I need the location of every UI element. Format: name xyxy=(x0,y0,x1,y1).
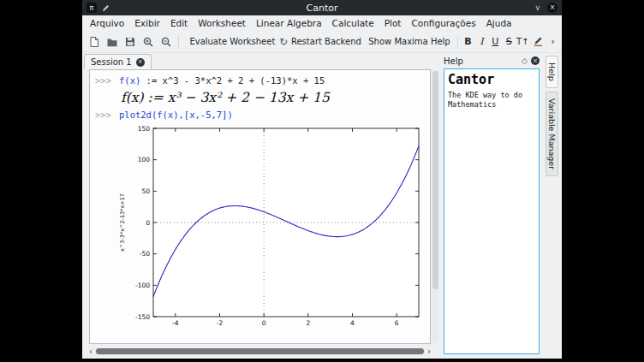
folder-icon xyxy=(106,36,118,48)
toolbar: Evaluate Worksheet ↻ Restart Backend Sho… xyxy=(82,31,562,53)
help-close-button[interactable]: × xyxy=(531,56,540,65)
svg-text:4: 4 xyxy=(350,319,355,327)
prompt: >>> xyxy=(95,109,119,122)
code-function: plot2d( xyxy=(119,109,157,122)
tabbar: Session 1 × xyxy=(82,53,440,69)
bold-button[interactable]: B xyxy=(462,33,474,51)
menubar: Arquivo Exibir Edit Worksheet Linear Alg… xyxy=(82,15,562,31)
svg-text:100: 100 xyxy=(138,156,151,163)
command-entry-1[interactable]: >>> f(x) := x^3 - 3*x^2 + 2 + (-13)*x + … xyxy=(95,74,430,87)
worksheet-area: >>> f(x) := x^3 - 3*x^2 + 2 + (-13)*x + … xyxy=(82,69,440,359)
svg-text:-100: -100 xyxy=(135,282,150,289)
side-tab-help[interactable]: Help xyxy=(546,56,558,88)
evaluate-worksheet-button[interactable]: Evaluate Worksheet xyxy=(182,33,279,51)
desktop-background: π Cantor ∨ × Arquivo Exibir Edit Workshe… xyxy=(0,0,644,362)
pen-icon xyxy=(533,36,544,47)
prompt: >>> xyxy=(95,74,119,87)
menu-plot[interactable]: Plot xyxy=(379,18,407,28)
help-close-icon: × xyxy=(533,58,538,64)
svg-text:0: 0 xyxy=(262,319,266,327)
tab-session-1-label: Session 1 xyxy=(91,57,132,67)
horizontal-scrollbar[interactable]: ‹ › xyxy=(89,347,431,356)
side-tab-variable-manager[interactable]: Variable Manager xyxy=(546,92,558,176)
menu-linear-algebra[interactable]: Linear Algebra xyxy=(251,18,327,28)
titlebar-right: ∨ × xyxy=(534,3,558,13)
svg-text:-2: -2 xyxy=(217,319,224,327)
menu-calculate[interactable]: Calculate xyxy=(327,18,379,28)
strikethrough-button[interactable]: S xyxy=(503,33,516,51)
horizontal-scrollbar-track[interactable] xyxy=(95,348,425,355)
zoom-out-button[interactable] xyxy=(158,33,175,51)
underline-button[interactable]: U xyxy=(489,33,502,51)
menu-ajuda[interactable]: Ajuda xyxy=(481,18,517,28)
cantor-window: π Cantor ∨ × Arquivo Exibir Edit Workshe… xyxy=(82,0,562,359)
scroll-right-icon[interactable]: › xyxy=(427,347,431,356)
restart-icon: ↻ xyxy=(279,37,288,47)
command-entry-2[interactable]: >>> plot2d( f(x),[x,-5,7]) xyxy=(95,109,430,122)
open-button[interactable] xyxy=(104,33,121,51)
vertical-scrollbar-thumb[interactable] xyxy=(432,71,438,289)
show-maxima-help-button[interactable]: Show Maxima Help xyxy=(361,33,454,51)
worksheet[interactable]: >>> f(x) := x^3 - 3*x^2 + 2 + (-13)*x + … xyxy=(89,69,431,344)
evaluate-worksheet-label: Evaluate Worksheet xyxy=(189,37,275,46)
svg-text:150: 150 xyxy=(138,125,151,133)
svg-text:0: 0 xyxy=(146,219,150,227)
new-document-icon xyxy=(88,36,100,48)
svg-text:-150: -150 xyxy=(135,313,150,321)
code-text: f(x),[x,-5,7]) xyxy=(157,109,233,122)
vertical-scrollbar[interactable] xyxy=(432,70,438,343)
window-title: Cantor xyxy=(82,3,562,14)
app-icon-glyph: π xyxy=(90,4,94,12)
chevron-down-icon[interactable]: ∨ xyxy=(534,4,540,12)
help-body: The KDE way to do Mathematics xyxy=(448,91,535,110)
menu-edit[interactable]: Edit xyxy=(165,18,193,28)
zoom-in-icon xyxy=(142,36,154,48)
side-tab-variable-manager-label: Variable Manager xyxy=(547,98,557,169)
save-button[interactable] xyxy=(122,33,139,51)
menu-exibir[interactable]: Exibir xyxy=(129,18,165,28)
titlebar[interactable]: π Cantor ∨ × xyxy=(82,0,562,15)
italic-button[interactable]: I xyxy=(475,33,488,51)
restart-backend-label: Restart Backend xyxy=(291,37,361,46)
superscript-button[interactable]: T↑ xyxy=(516,33,529,51)
worksheet-column: Session 1 × >>> f(x) := x^3 - 3*x^2 + 2 … xyxy=(82,53,440,359)
tab-session-1[interactable]: Session 1 × xyxy=(84,54,152,69)
help-heading: Cantor xyxy=(448,72,535,87)
plot-svg: -4-20246-150-100-50050100150x^3-3*x^2-13… xyxy=(116,123,424,335)
titlebar-left: π xyxy=(86,0,110,16)
help-panel-title: Help xyxy=(444,56,518,66)
horizontal-scrollbar-thumb[interactable] xyxy=(96,348,424,354)
help-panel: Help ◇ × Cantor The KDE way to do Mathem… xyxy=(440,53,541,359)
rendered-math: f(x) := x³ − 3x² + 2 − 13x + 15 xyxy=(121,90,430,105)
zoom-out-icon xyxy=(160,36,172,48)
side-tab-strip: Help Variable Manager xyxy=(541,53,562,359)
menu-worksheet[interactable]: Worksheet xyxy=(193,18,251,28)
menu-arquivo[interactable]: Arquivo xyxy=(85,18,129,28)
restart-backend-button[interactable]: ↻ Restart Backend xyxy=(280,33,361,51)
pin-icon xyxy=(101,0,110,16)
text-pen-button[interactable] xyxy=(530,33,547,51)
help-panel-header[interactable]: Help ◇ × xyxy=(444,53,540,68)
toolbar-overflow-button[interactable]: › xyxy=(548,36,558,47)
svg-text:2: 2 xyxy=(306,319,310,327)
tab-close-icon: × xyxy=(138,59,143,65)
svg-text:-4: -4 xyxy=(172,319,179,327)
code-function: f(x) xyxy=(119,74,140,87)
svg-text:50: 50 xyxy=(141,187,150,195)
menu-configuracoes[interactable]: Configurações xyxy=(406,18,480,28)
help-content: Cantor The KDE way to do Mathematics xyxy=(444,68,540,354)
side-tab-help-label: Help xyxy=(547,62,557,81)
new-worksheet-button[interactable] xyxy=(86,33,103,51)
float-panel-icon[interactable]: ◇ xyxy=(522,56,528,65)
close-button[interactable]: × xyxy=(547,3,558,13)
zoom-in-button[interactable] xyxy=(140,33,157,51)
show-maxima-help-label: Show Maxima Help xyxy=(368,37,450,46)
tab-close-button[interactable]: × xyxy=(136,58,145,67)
save-icon xyxy=(124,36,136,48)
svg-text:x^3-3*x^2-13*x+17: x^3-3*x^2-13*x+17 xyxy=(119,193,126,252)
svg-text:6: 6 xyxy=(395,319,399,327)
toolbar-separator xyxy=(457,35,458,49)
scroll-left-icon[interactable]: ‹ xyxy=(89,347,92,356)
close-icon: × xyxy=(550,4,556,11)
app-icon: π xyxy=(86,3,97,13)
